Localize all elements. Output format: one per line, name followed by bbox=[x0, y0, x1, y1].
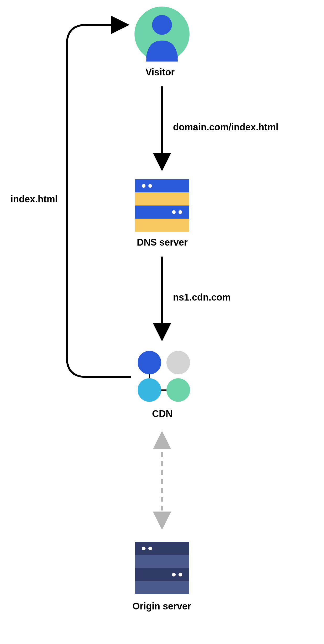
visitor-icon bbox=[134, 7, 190, 62]
edge-label-return: index.html bbox=[10, 194, 58, 205]
dns-server-icon bbox=[135, 179, 189, 232]
cdn-icon bbox=[138, 351, 190, 402]
arrow-cdn-to-visitor bbox=[67, 25, 131, 377]
svg-point-20 bbox=[172, 573, 176, 576]
svg-point-11 bbox=[138, 351, 161, 374]
edge-label-dns-cdn: ns1.cdn.com bbox=[173, 292, 231, 303]
origin-server-icon bbox=[135, 542, 189, 594]
visitor-label: Visitor bbox=[145, 67, 175, 78]
svg-point-7 bbox=[172, 210, 176, 214]
svg-point-1 bbox=[152, 15, 172, 35]
origin-label: Origin server bbox=[132, 601, 191, 612]
svg-point-17 bbox=[142, 547, 145, 550]
edge-label-visitor-dns: domain.com/index.html bbox=[173, 122, 278, 133]
svg-point-8 bbox=[179, 210, 182, 214]
diagram-canvas bbox=[0, 0, 324, 644]
svg-point-13 bbox=[138, 378, 161, 402]
svg-point-14 bbox=[166, 378, 190, 402]
dns-label: DNS server bbox=[137, 237, 188, 248]
svg-point-4 bbox=[142, 184, 145, 188]
svg-point-12 bbox=[166, 351, 190, 374]
cdn-label: CDN bbox=[152, 408, 172, 419]
svg-point-21 bbox=[179, 573, 182, 576]
svg-point-5 bbox=[148, 184, 152, 188]
svg-point-18 bbox=[148, 547, 152, 550]
